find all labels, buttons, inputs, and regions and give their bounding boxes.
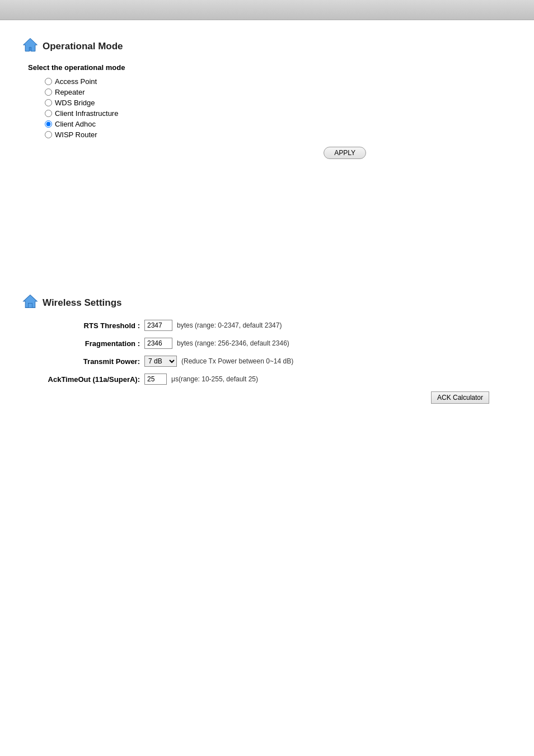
page-content: Operational Mode Select the operational … <box>0 20 534 756</box>
mode-repeater[interactable]: Repeater <box>45 88 512 96</box>
operational-mode-heading: Operational Mode <box>43 41 123 52</box>
ack-timeout-input[interactable] <box>144 374 167 385</box>
radio-wds-bridge[interactable] <box>45 99 52 106</box>
fragmentation-hint: bytes (range: 256-2346, default 2346) <box>177 339 289 347</box>
mode-wisp-router[interactable]: WISP Router <box>45 130 512 139</box>
operational-mode-subtitle: Select the operational mode <box>28 63 512 72</box>
radio-client-infrastructure[interactable] <box>45 110 52 117</box>
radio-client-infrastructure-label: Client Infrastructure <box>55 109 118 118</box>
wireless-settings-section: Wireless Settings RTS Threshold : bytes … <box>22 293 512 404</box>
operational-mode-section: Operational Mode Select the operational … <box>22 37 512 159</box>
transmit-power-select[interactable]: 0 dB 1 dB 2 dB 3 dB 4 dB 5 dB 6 dB 7 dB … <box>144 356 177 367</box>
top-bar <box>0 0 534 20</box>
mode-client-infrastructure[interactable]: Client Infrastructure <box>45 109 512 118</box>
radio-wisp-router-label: WISP Router <box>55 130 97 139</box>
radio-wisp-router[interactable] <box>45 131 52 138</box>
rts-threshold-label: RTS Threshold : <box>28 321 140 330</box>
house-icon-operational <box>22 37 38 55</box>
apply-row: APPLY <box>22 147 512 159</box>
transmit-power-label: Transmit Power: <box>28 357 140 366</box>
radio-client-adhoc[interactable] <box>45 120 52 128</box>
section-divider <box>22 176 512 288</box>
rts-threshold-row: RTS Threshold : bytes (range: 0-2347, de… <box>28 320 512 331</box>
radio-repeater-label: Repeater <box>55 88 85 96</box>
radio-access-point-label: Access Point <box>55 77 97 86</box>
ack-calculator-row: ACK Calculator <box>22 391 512 404</box>
fragmentation-label: Fragmentation : <box>28 339 140 348</box>
radio-client-adhoc-label: Client Adhoc <box>55 120 96 128</box>
apply-button[interactable]: APPLY <box>324 147 366 159</box>
wireless-settings-title: Wireless Settings <box>22 293 512 312</box>
radio-access-point[interactable] <box>45 78 52 85</box>
wireless-settings-table: RTS Threshold : bytes (range: 0-2347, de… <box>28 320 512 385</box>
operational-mode-title: Operational Mode <box>22 37 512 55</box>
house-icon-wireless <box>22 293 38 312</box>
mode-access-point[interactable]: Access Point <box>45 77 512 86</box>
ack-calculator-button[interactable]: ACK Calculator <box>431 391 489 404</box>
mode-wds-bridge[interactable]: WDS Bridge <box>45 99 512 107</box>
mode-radio-group: Access Point Repeater WDS Bridge Client … <box>45 77 512 139</box>
transmit-power-hint: (Reduce Tx Power between 0~14 dB) <box>181 357 293 365</box>
transmit-power-row: Transmit Power: 0 dB 1 dB 2 dB 3 dB 4 dB… <box>28 356 512 367</box>
ack-timeout-hint: μs(range: 10-255, default 25) <box>171 375 258 383</box>
svg-rect-4 <box>29 304 32 308</box>
ack-timeout-label: AckTimeOut (11a/SuperA): <box>28 375 140 384</box>
fragmentation-input[interactable] <box>144 338 172 349</box>
rts-threshold-hint: bytes (range: 0-2347, default 2347) <box>177 321 282 329</box>
radio-repeater[interactable] <box>45 88 52 96</box>
mode-client-adhoc[interactable]: Client Adhoc <box>45 120 512 128</box>
wireless-settings-heading: Wireless Settings <box>43 297 122 309</box>
ack-timeout-row: AckTimeOut (11a/SuperA): μs(range: 10-25… <box>28 374 512 385</box>
fragmentation-row: Fragmentation : bytes (range: 256-2346, … <box>28 338 512 349</box>
rts-threshold-input[interactable] <box>144 320 172 331</box>
radio-wds-bridge-label: WDS Bridge <box>55 99 95 107</box>
